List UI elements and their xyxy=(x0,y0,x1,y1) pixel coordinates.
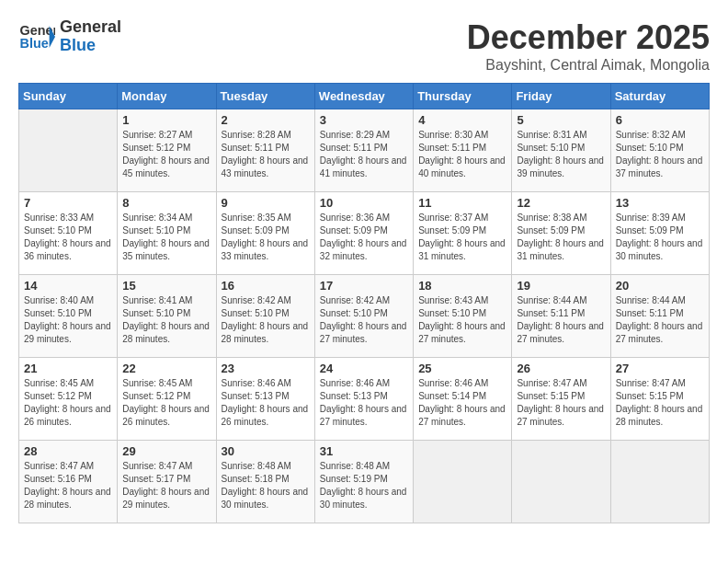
header-day-monday: Monday xyxy=(118,84,216,109)
day-number: 7 xyxy=(24,196,112,210)
logo-line1: General xyxy=(60,17,121,36)
calendar-cell: 20Sunrise: 8:44 AMSunset: 5:11 PMDayligh… xyxy=(610,275,709,358)
calendar-cell: 25Sunrise: 8:46 AMSunset: 5:14 PMDayligh… xyxy=(414,358,512,441)
day-info: Sunrise: 8:36 AMSunset: 5:09 PMDaylight:… xyxy=(320,212,408,263)
day-info: Sunrise: 8:27 AMSunset: 5:12 PMDaylight:… xyxy=(122,129,210,180)
logo-line2: Blue xyxy=(60,36,96,54)
day-number: 2 xyxy=(222,113,310,127)
day-info: Sunrise: 8:44 AMSunset: 5:11 PMDaylight:… xyxy=(616,294,704,346)
calendar-cell: 31Sunrise: 8:48 AMSunset: 5:19 PMDayligh… xyxy=(314,441,413,523)
day-number: 29 xyxy=(122,444,210,458)
month-title: December 2025 xyxy=(467,18,710,57)
calendar-cell: 2Sunrise: 8:28 AMSunset: 5:11 PMDaylight… xyxy=(216,109,314,192)
calendar-week-2: 7Sunrise: 8:33 AMSunset: 5:10 PMDaylight… xyxy=(19,192,710,275)
day-info: Sunrise: 8:45 AMSunset: 5:12 PMDaylight:… xyxy=(122,377,210,429)
day-info: Sunrise: 8:33 AMSunset: 5:10 PMDaylight:… xyxy=(24,212,112,263)
header-day-tuesday: Tuesday xyxy=(216,84,314,109)
day-number: 21 xyxy=(24,362,112,375)
day-number: 22 xyxy=(122,362,210,375)
day-number: 26 xyxy=(517,362,605,375)
header-day-sunday: Sunday xyxy=(19,84,118,109)
day-info: Sunrise: 8:47 AMSunset: 5:17 PMDaylight:… xyxy=(122,460,210,511)
day-info: Sunrise: 8:32 AMSunset: 5:10 PMDaylight:… xyxy=(616,129,704,180)
day-number: 28 xyxy=(24,444,112,458)
day-info: Sunrise: 8:28 AMSunset: 5:11 PMDaylight:… xyxy=(222,129,310,180)
calendar-cell: 6Sunrise: 8:32 AMSunset: 5:10 PMDaylight… xyxy=(610,109,709,192)
header-day-friday: Friday xyxy=(512,84,610,109)
logo-icon: General Blue xyxy=(18,18,55,55)
calendar-cell xyxy=(512,441,610,523)
day-number: 18 xyxy=(418,279,506,293)
day-number: 4 xyxy=(418,113,506,127)
calendar-cell xyxy=(610,441,709,523)
day-info: Sunrise: 8:47 AMSunset: 5:15 PMDaylight:… xyxy=(616,377,704,429)
day-number: 15 xyxy=(122,279,210,293)
day-info: Sunrise: 8:38 AMSunset: 5:09 PMDaylight:… xyxy=(517,212,605,263)
day-number: 25 xyxy=(418,362,506,375)
svg-text:Blue: Blue xyxy=(20,36,49,51)
title-area: December 2025 Bayshint, Central Aimak, M… xyxy=(467,18,710,74)
day-info: Sunrise: 8:48 AMSunset: 5:19 PMDaylight:… xyxy=(320,460,408,511)
day-number: 31 xyxy=(320,444,408,458)
day-info: Sunrise: 8:44 AMSunset: 5:11 PMDaylight:… xyxy=(517,294,605,346)
calendar-cell: 29Sunrise: 8:47 AMSunset: 5:17 PMDayligh… xyxy=(118,441,216,523)
day-number: 13 xyxy=(616,196,704,210)
calendar-cell: 17Sunrise: 8:42 AMSunset: 5:10 PMDayligh… xyxy=(314,275,413,358)
calendar-header-row: SundayMondayTuesdayWednesdayThursdayFrid… xyxy=(19,84,710,109)
day-number: 5 xyxy=(517,113,605,127)
day-info: Sunrise: 8:29 AMSunset: 5:11 PMDaylight:… xyxy=(320,129,408,180)
calendar-cell: 21Sunrise: 8:45 AMSunset: 5:12 PMDayligh… xyxy=(19,358,118,441)
calendar-cell xyxy=(19,109,118,192)
day-number: 6 xyxy=(616,113,704,127)
calendar-cell: 16Sunrise: 8:42 AMSunset: 5:10 PMDayligh… xyxy=(216,275,314,358)
day-info: Sunrise: 8:42 AMSunset: 5:10 PMDaylight:… xyxy=(222,294,310,346)
day-number: 30 xyxy=(222,444,310,458)
calendar-cell: 28Sunrise: 8:47 AMSunset: 5:16 PMDayligh… xyxy=(19,441,118,523)
header-day-thursday: Thursday xyxy=(414,84,512,109)
day-info: Sunrise: 8:40 AMSunset: 5:10 PMDaylight:… xyxy=(24,294,112,346)
day-info: Sunrise: 8:45 AMSunset: 5:12 PMDaylight:… xyxy=(24,377,112,429)
calendar-cell: 26Sunrise: 8:47 AMSunset: 5:15 PMDayligh… xyxy=(512,358,610,441)
calendar-week-4: 21Sunrise: 8:45 AMSunset: 5:12 PMDayligh… xyxy=(19,358,710,441)
calendar-cell: 15Sunrise: 8:41 AMSunset: 5:10 PMDayligh… xyxy=(118,275,216,358)
calendar-cell: 19Sunrise: 8:44 AMSunset: 5:11 PMDayligh… xyxy=(512,275,610,358)
page-header: General Blue General Blue December 2025 … xyxy=(18,18,710,74)
day-info: Sunrise: 8:34 AMSunset: 5:10 PMDaylight:… xyxy=(122,212,210,263)
calendar-cell: 30Sunrise: 8:48 AMSunset: 5:18 PMDayligh… xyxy=(216,441,314,523)
calendar-cell: 8Sunrise: 8:34 AMSunset: 5:10 PMDaylight… xyxy=(118,192,216,275)
calendar-table: SundayMondayTuesdayWednesdayThursdayFrid… xyxy=(18,83,710,523)
day-number: 9 xyxy=(222,196,310,210)
calendar-cell: 9Sunrise: 8:35 AMSunset: 5:09 PMDaylight… xyxy=(216,192,314,275)
calendar-week-3: 14Sunrise: 8:40 AMSunset: 5:10 PMDayligh… xyxy=(19,275,710,358)
calendar-cell: 5Sunrise: 8:31 AMSunset: 5:10 PMDaylight… xyxy=(512,109,610,192)
calendar-cell: 11Sunrise: 8:37 AMSunset: 5:09 PMDayligh… xyxy=(414,192,512,275)
day-number: 16 xyxy=(222,279,310,293)
day-number: 8 xyxy=(122,196,210,210)
day-number: 3 xyxy=(320,113,408,127)
calendar-cell: 12Sunrise: 8:38 AMSunset: 5:09 PMDayligh… xyxy=(512,192,610,275)
calendar-cell: 22Sunrise: 8:45 AMSunset: 5:12 PMDayligh… xyxy=(118,358,216,441)
calendar-cell: 1Sunrise: 8:27 AMSunset: 5:12 PMDaylight… xyxy=(118,109,216,192)
day-info: Sunrise: 8:35 AMSunset: 5:09 PMDaylight:… xyxy=(222,212,310,263)
calendar-cell: 4Sunrise: 8:30 AMSunset: 5:11 PMDaylight… xyxy=(414,109,512,192)
day-info: Sunrise: 8:48 AMSunset: 5:18 PMDaylight:… xyxy=(222,460,310,511)
day-number: 11 xyxy=(418,196,506,210)
calendar-cell: 13Sunrise: 8:39 AMSunset: 5:09 PMDayligh… xyxy=(610,192,709,275)
day-number: 10 xyxy=(320,196,408,210)
day-number: 27 xyxy=(616,362,704,375)
day-number: 19 xyxy=(517,279,605,293)
day-number: 24 xyxy=(320,362,408,375)
calendar-cell: 7Sunrise: 8:33 AMSunset: 5:10 PMDaylight… xyxy=(19,192,118,275)
day-number: 14 xyxy=(24,279,112,293)
day-info: Sunrise: 8:43 AMSunset: 5:10 PMDaylight:… xyxy=(418,294,506,346)
day-info: Sunrise: 8:31 AMSunset: 5:10 PMDaylight:… xyxy=(517,129,605,180)
calendar-cell: 24Sunrise: 8:46 AMSunset: 5:13 PMDayligh… xyxy=(314,358,413,441)
calendar-cell: 14Sunrise: 8:40 AMSunset: 5:10 PMDayligh… xyxy=(19,275,118,358)
header-day-saturday: Saturday xyxy=(610,84,709,109)
day-number: 17 xyxy=(320,279,408,293)
calendar-cell: 27Sunrise: 8:47 AMSunset: 5:15 PMDayligh… xyxy=(610,358,709,441)
day-info: Sunrise: 8:41 AMSunset: 5:10 PMDaylight:… xyxy=(122,294,210,346)
day-info: Sunrise: 8:42 AMSunset: 5:10 PMDaylight:… xyxy=(320,294,408,346)
day-info: Sunrise: 8:46 AMSunset: 5:13 PMDaylight:… xyxy=(320,377,408,429)
day-number: 20 xyxy=(616,279,704,293)
